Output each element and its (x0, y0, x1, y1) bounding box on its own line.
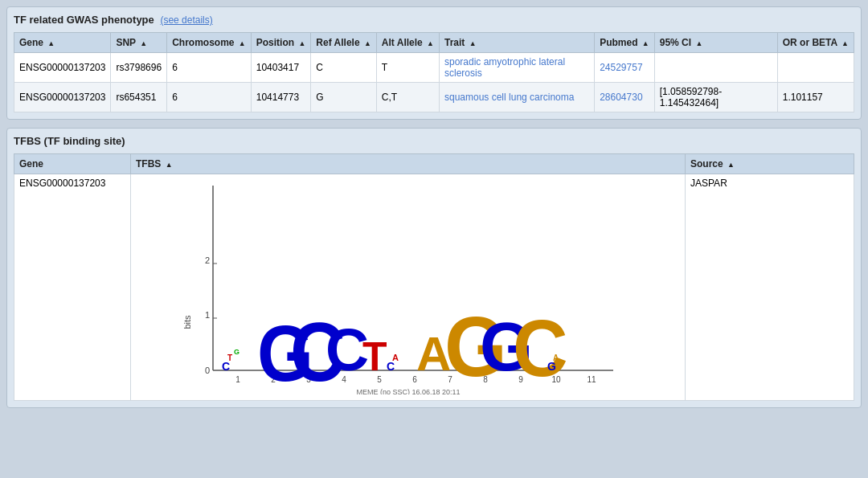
col-snp[interactable]: SNP ▲ (111, 33, 167, 53)
pubmed-cell: 28604730 (595, 83, 655, 112)
y-label-2: 2 (204, 255, 209, 265)
tfbs-title-text: TFBS (TF binding site) (14, 135, 125, 147)
tfbs-table-header-row: Gene TFBS ▲ Source ▲ (14, 154, 854, 174)
table-row: ENSG00000137203 rs3798696 6 10403417 C T… (14, 53, 854, 83)
gene-cell: ENSG00000137203 (14, 53, 111, 83)
list-item: ENSG00000137203 0 1 2 bits (14, 174, 854, 401)
beta-cell: 1.101157 (777, 83, 854, 112)
tfbs-gene-cell: ENSG00000137203 (14, 174, 131, 401)
trait-link[interactable]: sporadic amyotrophic lateral sclerosis (444, 56, 565, 79)
position-cell: 10414773 (251, 83, 311, 112)
alt-allele-cell: C,T (376, 83, 439, 112)
source-sort-icon: ▲ (727, 161, 735, 169)
sequence-logo: 0 1 2 bits 1 2 3 4 5 6 7 8 (134, 178, 682, 397)
source-cell: JASPAR (686, 174, 854, 401)
col-position[interactable]: Position ▲ (251, 33, 311, 53)
chromosome-cell: 6 (167, 53, 252, 83)
col-alt-allele[interactable]: Alt Allele ▲ (376, 33, 439, 53)
logo-pos11-a: A (553, 353, 559, 362)
tfbs-table: Gene TFBS ▲ Source ▲ ENSG00000137203 0 1… (14, 153, 854, 401)
col-tfbs[interactable]: TFBS ▲ (131, 154, 686, 174)
gwas-table-header-row: Gene ▲ SNP ▲ Chromosome ▲ Position ▲ Ref… (14, 33, 854, 53)
beta-cell (777, 53, 854, 83)
col-trait[interactable]: Trait ▲ (440, 33, 595, 53)
pubmed-cell: 24529757 (595, 53, 655, 83)
gene-sort-icon: ▲ (47, 39, 55, 47)
trait-link[interactable]: squamous cell lung carcinoma (444, 92, 574, 103)
chr-sort-icon: ▲ (239, 39, 246, 47)
beta-sort-icon: ▲ (841, 39, 849, 47)
col-source[interactable]: Source ▲ (686, 154, 854, 174)
trait-cell: squamous cell lung carcinoma (440, 83, 595, 112)
gwas-title-text: TF related GWAS phenotype (14, 14, 154, 26)
logo-svg: 0 1 2 bits 1 2 3 4 5 6 7 8 (179, 178, 637, 394)
col-pubmed[interactable]: Pubmed ▲ (595, 33, 655, 53)
x-tick-11: 11 (587, 375, 596, 384)
col-beta[interactable]: OR or BETA ▲ (777, 33, 854, 53)
pubmed-link[interactable]: 24529757 (600, 62, 642, 73)
trait-cell: sporadic amyotrophic lateral sclerosis (440, 53, 595, 83)
ci-sort-icon: ▲ (695, 39, 702, 47)
logo-pos1-t: T (227, 353, 232, 362)
table-row: ENSG00000137203 rs654351 6 10414773 G C,… (14, 83, 854, 112)
chromosome-cell: 6 (167, 83, 252, 112)
col-ci[interactable]: 95% CI ▲ (654, 33, 777, 53)
x-tick-1: 1 (235, 375, 240, 384)
position-cell: 10403417 (251, 53, 311, 83)
gwas-table: Gene ▲ SNP ▲ Chromosome ▲ Position ▲ Ref… (14, 32, 854, 112)
logo-pos1-g: G (234, 348, 240, 356)
pubmed-link[interactable]: 28604730 (600, 92, 642, 103)
tfbs-logo-cell: 0 1 2 bits 1 2 3 4 5 6 7 8 (131, 174, 686, 401)
y-label-1: 1 (204, 310, 209, 320)
pos-sort-icon: ▲ (298, 39, 305, 47)
tfbs-title: TFBS (TF binding site) (14, 135, 854, 147)
snp-sort-icon: ▲ (140, 39, 147, 47)
alt-allele-cell: T (376, 53, 439, 83)
logo-pos10-c: C (513, 304, 568, 394)
logo-pos5-t: T (362, 334, 387, 379)
alt-sort-icon: ▲ (427, 39, 434, 47)
col-chromosome[interactable]: Chromosome ▲ (167, 33, 252, 53)
ref-allele-cell: C (311, 53, 377, 83)
ref-sort-icon: ▲ (364, 39, 371, 47)
snp-cell: rs3798696 (111, 53, 167, 83)
col-ref-allele[interactable]: Ref Allele ▲ (311, 33, 377, 53)
ref-allele-cell: G (311, 83, 377, 112)
y-label-0: 0 (204, 366, 209, 375)
ci-cell (654, 53, 777, 83)
trait-sort-icon: ▲ (469, 39, 477, 47)
gene-cell: ENSG00000137203 (14, 83, 111, 112)
col-gene[interactable]: Gene ▲ (14, 33, 111, 53)
gwas-title: TF related GWAS phenotype (see details) (14, 14, 854, 26)
logo-pos6-a: A (392, 353, 399, 362)
pubmed-sort-icon: ▲ (642, 39, 649, 47)
ci-cell: [1.058592798-1.145432464] (654, 83, 777, 112)
snp-cell: rs654351 (111, 83, 167, 112)
meme-label: MEME (no SSC) 16.06.18 20:11 (356, 388, 460, 394)
y-axis-title: bits (182, 315, 192, 329)
col-tfbs-gene[interactable]: Gene (14, 154, 131, 174)
gwas-section: TF related GWAS phenotype (see details) … (6, 6, 862, 120)
gwas-details-link[interactable]: (see details) (160, 14, 212, 26)
tfbs-section: TFBS (TF binding site) Gene TFBS ▲ Sourc… (6, 128, 862, 408)
tfbs-sort-icon: ▲ (166, 161, 173, 169)
